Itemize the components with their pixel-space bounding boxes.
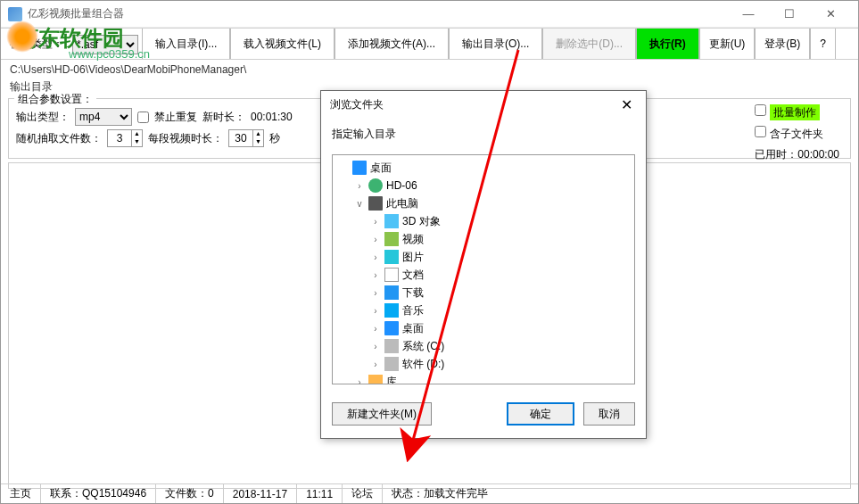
delete-selected-button[interactable]: 删除选中(D)... [542, 29, 636, 59]
tree-item-label: 音乐 [402, 303, 424, 318]
random-count-spinner[interactable]: 3 ▲▼ [107, 129, 143, 147]
tree-item[interactable]: ›系统 (C:) [335, 337, 632, 355]
video-icon [384, 232, 399, 246]
dialog-prompt: 指定输入目录 [332, 127, 635, 142]
tree-item-label: 软件 (D:) [402, 357, 444, 372]
drive-icon [384, 339, 399, 353]
elapsed-label: 已用时： [755, 148, 797, 161]
tree-item[interactable]: ›软件 (D:) [335, 355, 632, 373]
dialog-title: 浏览文件夹 [330, 97, 615, 112]
random-count-label: 随机抽取文件数： [16, 131, 102, 146]
titlebar: 亿彩视频批量组合器 — ☐ ✕ [1, 1, 858, 28]
execute-button[interactable]: 执行(R) [636, 29, 699, 59]
drive-icon [384, 357, 399, 371]
desktop-icon [384, 321, 399, 335]
params-title: 组合参数设置： [14, 92, 96, 107]
segment-duration-label: 每段视频时长： [148, 131, 223, 146]
output-type-select[interactable]: mp4 [75, 108, 132, 126]
tree-item-label: HD-06 [386, 179, 417, 192]
dl-icon [384, 285, 399, 300]
status-file-count: 文件数：0 [156, 484, 224, 503]
3d-icon [384, 214, 399, 228]
tree-item-label: 桌面 [370, 161, 392, 176]
seconds-label: 秒 [269, 131, 280, 146]
tree-item-label: 图片 [402, 250, 424, 265]
statusbar: 主页 联系：QQ15104946 文件数：0 2018-11-17 11:11 … [1, 483, 858, 503]
tree-item[interactable]: ›下载 [335, 284, 632, 302]
update-button[interactable]: 更新(U) [699, 29, 756, 59]
tree-item[interactable]: ›库 [335, 373, 632, 384]
subfolders-checkbox[interactable] [755, 126, 766, 137]
close-button[interactable]: ✕ [810, 2, 851, 27]
browse-folder-dialog: 浏览文件夹 ✕ 指定输入目录 桌面›HD-06v此电脑›3D 对象›视频›图片›… [320, 90, 647, 439]
tree-item[interactable]: ›视频 [335, 230, 632, 248]
output-dir-button[interactable]: 输出目录(O)... [449, 29, 542, 59]
status-contact: 联系：QQ15104946 [41, 484, 156, 503]
status-home[interactable]: 主页 [1, 484, 41, 503]
tree-item-label: 此电脑 [386, 196, 418, 211]
music-icon [384, 303, 399, 318]
new-duration-label: 新时长： [202, 110, 245, 125]
batch-make-checkbox[interactable] [755, 104, 766, 116]
watermark-url: www.pc0359.cn [69, 47, 150, 61]
tree-item-label: 3D 对象 [402, 214, 441, 229]
current-path: C:\Users\HD-06\Videos\DearMobiPhoneManag… [1, 60, 858, 78]
dialog-close-button[interactable]: ✕ [615, 94, 637, 115]
tree-item[interactable]: ›图片 [335, 248, 632, 266]
doc-icon [384, 268, 399, 282]
pic-icon [384, 250, 399, 264]
window-title: 亿彩视频批量组合器 [28, 6, 728, 21]
tree-item-label: 文档 [402, 268, 424, 283]
tree-item[interactable]: ›桌面 [335, 319, 632, 337]
tree-item[interactable]: ›3D 对象 [335, 212, 632, 230]
maximize-button[interactable]: ☐ [769, 2, 810, 27]
load-video-button[interactable]: 载入视频文件(L) [230, 29, 335, 59]
tree-item-label: 系统 (C:) [402, 339, 444, 354]
user-icon [368, 178, 383, 193]
tree-item[interactable]: ›文档 [335, 266, 632, 284]
tree-item-label: 下载 [402, 285, 424, 301]
desktop-icon [352, 161, 367, 175]
minimize-button[interactable]: — [728, 2, 769, 27]
app-icon [8, 7, 22, 21]
tree-item-label: 视频 [402, 232, 424, 247]
status-time: 11:11 [297, 484, 343, 503]
input-dir-button[interactable]: 输入目录(I)... [142, 29, 230, 59]
tree-item[interactable]: 桌面 [335, 159, 632, 177]
help-button[interactable]: ? [810, 29, 836, 59]
add-video-button[interactable]: 添加视频文件(A)... [335, 29, 449, 59]
status-forum[interactable]: 论坛 [343, 484, 383, 503]
tree-item[interactable]: ›HD-06 [335, 177, 632, 194]
tree-item-label: 桌面 [402, 321, 424, 336]
status-date: 2018-11-17 [224, 484, 297, 503]
segment-duration-spinner[interactable]: 30 ▲▼ [228, 129, 264, 147]
watermark-logo [6, 21, 38, 53]
batch-make-label: 批量制作 [770, 104, 820, 120]
login-button[interactable]: 登录(B) [755, 29, 810, 59]
tree-item[interactable]: ›音乐 [335, 302, 632, 319]
cancel-button[interactable]: 取消 [583, 402, 635, 426]
new-duration-value: 00:01:30 [251, 111, 293, 123]
folder-tree[interactable]: 桌面›HD-06v此电脑›3D 对象›视频›图片›文档›下载›音乐›桌面›系统 … [332, 154, 635, 384]
output-type-label: 输出类型： [16, 110, 70, 125]
tree-item-label: 库 [386, 375, 397, 385]
no-repeat-label: 禁止重复 [154, 110, 197, 125]
no-repeat-checkbox[interactable] [137, 112, 149, 123]
new-folder-button[interactable]: 新建文件夹(M) [332, 402, 432, 426]
subfolders-label: 含子文件夹 [770, 128, 823, 140]
ok-button[interactable]: 确定 [507, 402, 574, 426]
tree-item[interactable]: v此电脑 [335, 194, 632, 212]
pc-icon [368, 196, 383, 211]
status-state: 状态：加载文件完毕 [383, 484, 858, 503]
elapsed-value: 00:00:00 [797, 148, 839, 161]
lib-icon [368, 375, 383, 384]
